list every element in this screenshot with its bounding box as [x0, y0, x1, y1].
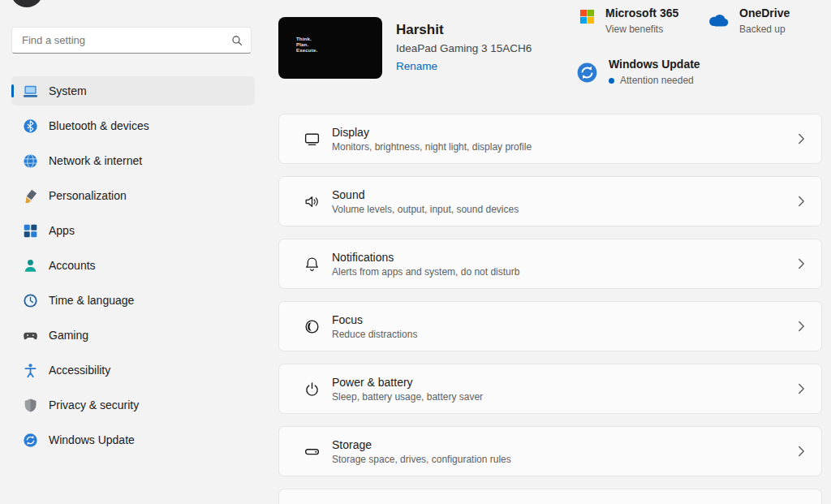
onedrive-card[interactable]: OneDrive Backed up: [707, 6, 790, 35]
sidebar-item-apps[interactable]: Apps: [11, 216, 255, 245]
row-text: Sound Volume levels, output, input, soun…: [332, 188, 786, 215]
settings-window: System Bluetooth & devices Network & int…: [0, 0, 831, 504]
settings-row-sound[interactable]: Sound Volume levels, output, input, soun…: [278, 176, 822, 226]
paintbrush-icon: [23, 188, 38, 204]
windows-update-icon: [23, 433, 38, 448]
chevron-right-icon: [798, 320, 805, 333]
storage-drive-icon: [304, 443, 321, 460]
sidebar-item-windows-update[interactable]: Windows Update: [11, 425, 255, 454]
settings-row-partial[interactable]: [278, 489, 822, 504]
settings-row-focus[interactable]: Focus Reduce distractions: [278, 301, 822, 351]
wallpaper-text-line: Plan.: [296, 42, 382, 48]
sidebar: System Bluetooth & devices Network & int…: [0, 0, 268, 504]
chevron-right-icon: [798, 382, 805, 395]
apps-grid-icon: [23, 223, 38, 239]
attention-dot-icon: [609, 78, 614, 84]
row-title: Sound: [332, 188, 786, 201]
search-input[interactable]: [22, 34, 225, 46]
row-subtitle: Sleep, battery usage, battery saver: [332, 391, 786, 403]
sidebar-item-label: Time & language: [49, 294, 134, 307]
attention-text: Attention needed: [620, 75, 694, 86]
sidebar-item-label: Network & internet: [49, 154, 142, 167]
sidebar-item-personalization[interactable]: Personalization: [11, 181, 255, 210]
windows-update-icon: [576, 62, 598, 84]
chevron-right-icon: [798, 132, 805, 145]
display-icon: [304, 131, 321, 148]
row-subtitle: Reduce distractions: [332, 329, 786, 340]
windows-update-status: Attention needed: [609, 75, 700, 86]
row-title: Storage: [332, 438, 786, 451]
power-icon: [304, 381, 321, 398]
row-subtitle: Volume levels, output, input, sound devi…: [332, 204, 786, 215]
microsoft-logo-icon: [579, 9, 595, 24]
row-text: Storage Storage space, drives, configura…: [332, 438, 786, 465]
row-title: Power & battery: [332, 376, 786, 389]
settings-row-storage[interactable]: Storage Storage space, drives, configura…: [278, 426, 822, 476]
windows-update-title: Windows Update: [609, 58, 700, 71]
settings-row-power-battery[interactable]: Power & battery Sleep, battery usage, ba…: [278, 364, 822, 414]
sidebar-item-label: Windows Update: [49, 433, 135, 446]
sidebar-item-label: Personalization: [49, 189, 127, 202]
clock-icon: [23, 293, 38, 308]
sidebar-item-accessibility[interactable]: Accessibility: [11, 355, 255, 385]
row-subtitle: Alerts from apps and system, do not dist…: [332, 266, 786, 278]
row-subtitle: Storage space, drives, configuration rul…: [332, 454, 786, 465]
chevron-right-icon: [798, 445, 805, 458]
sidebar-item-gaming[interactable]: Gaming: [11, 321, 255, 350]
wallpaper-text-line: Execute.: [296, 48, 382, 54]
sidebar-item-privacy-security[interactable]: Privacy & security: [11, 390, 255, 420]
person-icon: [23, 258, 38, 274]
row-text: Power & battery Sleep, battery usage, ba…: [332, 376, 786, 403]
wallpaper-text-line: Think.: [296, 37, 382, 42]
row-text: Notifications Alerts from apps and syste…: [332, 251, 786, 278]
selected-indicator: [11, 84, 14, 97]
settings-list: Display Monitors, brightness, night ligh…: [278, 114, 822, 504]
microsoft-365-card[interactable]: Microsoft 365 View benefits: [579, 6, 678, 35]
device-wallpaper-thumbnail: Think. Plan. Execute.: [278, 17, 382, 79]
row-title: Notifications: [332, 251, 786, 264]
main-content: Think. Plan. Execute. Harshit IdeaPad Ga…: [278, 0, 822, 504]
bluetooth-icon: [23, 118, 38, 134]
device-name: Harshit: [396, 22, 532, 38]
sidebar-item-label: Apps: [49, 224, 75, 237]
windows-update-card[interactable]: Windows Update Attention needed: [576, 58, 700, 86]
settings-row-display[interactable]: Display Monitors, brightness, night ligh…: [278, 114, 822, 164]
speaker-icon: [304, 193, 321, 210]
sidebar-item-label: Gaming: [49, 329, 88, 342]
sidebar-item-label: Bluetooth & devices: [49, 119, 149, 132]
accessibility-person-icon: [23, 363, 38, 378]
sidebar-item-network-internet[interactable]: Network & internet: [11, 146, 255, 175]
game-controller-icon: [23, 328, 38, 343]
device-info: Harshit IdeaPad Gaming 3 15ACH6 Rename: [396, 22, 532, 73]
settings-row-notifications[interactable]: Notifications Alerts from apps and syste…: [278, 239, 822, 289]
microsoft-365-text: Microsoft 365 View benefits: [605, 6, 678, 35]
globe-icon: [23, 153, 38, 169]
sidebar-item-accounts[interactable]: Accounts: [11, 251, 255, 280]
sidebar-nav: System Bluetooth & devices Network & int…: [11, 76, 255, 454]
sidebar-item-label: System: [49, 84, 87, 97]
search-box[interactable]: [11, 27, 252, 54]
sidebar-item-label: Accessibility: [49, 364, 110, 377]
onedrive-cloud-icon: [707, 13, 729, 27]
sidebar-item-bluetooth-devices[interactable]: Bluetooth & devices: [11, 111, 255, 140]
row-title: Focus: [332, 313, 786, 326]
search-icon[interactable]: [231, 35, 243, 46]
row-subtitle: Monitors, brightness, night light, displ…: [332, 141, 786, 153]
row-text: Focus Reduce distractions: [332, 313, 786, 340]
rename-link[interactable]: Rename: [396, 60, 437, 72]
row-text: Display Monitors, brightness, night ligh…: [332, 126, 786, 153]
sidebar-item-time-language[interactable]: Time & language: [11, 286, 255, 315]
focus-crescent-icon: [304, 318, 321, 335]
sidebar-item-system[interactable]: System: [11, 76, 255, 106]
sidebar-item-label: Privacy & security: [49, 398, 139, 411]
bell-icon: [304, 256, 321, 273]
microsoft-365-title: Microsoft 365: [605, 6, 678, 19]
onedrive-status: Backed up: [739, 24, 790, 35]
device-model: IdeaPad Gaming 3 15ACH6: [396, 42, 532, 54]
sidebar-item-label: Accounts: [49, 259, 96, 272]
chevron-right-icon: [798, 195, 805, 208]
system-icon: [23, 84, 38, 99]
row-title: Display: [332, 126, 786, 139]
windows-update-text: Windows Update Attention needed: [609, 58, 700, 86]
view-benefits-link[interactable]: View benefits: [605, 24, 678, 35]
